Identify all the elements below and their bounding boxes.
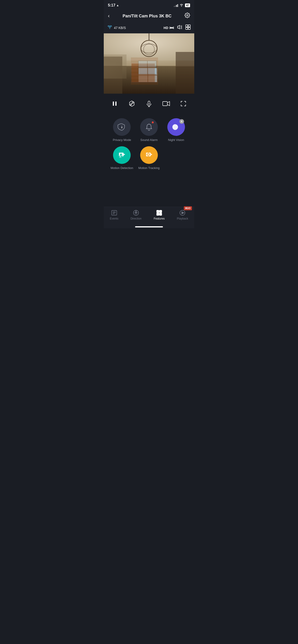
nav-direction-label: Direction — [130, 217, 141, 220]
network-speed: 47 KB/S — [114, 26, 126, 30]
svg-rect-5 — [188, 27, 190, 30]
fullscreen-button[interactable] — [178, 98, 189, 110]
feature-night-vision[interactable]: A Night Vision — [162, 118, 190, 142]
time-display: 5:17 — [108, 3, 115, 8]
nav-events-label: Events — [110, 217, 118, 220]
battery-level: 47 — [186, 4, 189, 7]
signal-bars — [174, 4, 178, 7]
bottom-navigation: Events Direction Features Playback — [104, 207, 194, 225]
video-controls: HD — [164, 24, 191, 31]
grid-view-icon[interactable] — [185, 24, 191, 31]
night-vision-label: Night Vision — [168, 138, 184, 142]
content-spacer — [104, 170, 194, 207]
screenshot-button[interactable] — [126, 98, 138, 110]
svg-point-0 — [187, 14, 188, 16]
feature-motion-tracking[interactable]: Motion Tracking — [136, 146, 163, 170]
camera-feed — [104, 34, 194, 94]
playback-controls — [104, 94, 194, 114]
svg-rect-17 — [113, 102, 114, 106]
location-arrow-icon: ▲ — [116, 4, 119, 7]
svg-point-46 — [136, 212, 136, 213]
svg-marker-34 — [151, 154, 152, 156]
svg-rect-48 — [157, 210, 159, 212]
svg-line-21 — [131, 103, 132, 104]
night-vision-auto-badge: A — [179, 119, 184, 124]
feature-motion-detection[interactable]: Motion Detection — [108, 146, 136, 170]
volume-icon[interactable] — [177, 25, 182, 30]
network-info: 47 KB/S — [107, 26, 126, 30]
svg-rect-51 — [159, 213, 162, 215]
info-bar: 47 KB/S HD — [104, 23, 194, 34]
alarm-active-dot — [152, 122, 154, 123]
sound-alarm-label: Sound Alarm — [140, 138, 158, 142]
sound-alarm-icon-wrap — [140, 118, 158, 136]
svg-rect-25 — [163, 102, 167, 106]
home-indicator — [104, 225, 194, 228]
nav-features[interactable]: Features — [154, 210, 165, 220]
microphone-button[interactable] — [143, 98, 155, 110]
svg-point-36 — [148, 154, 149, 155]
home-bar — [135, 226, 163, 228]
back-button[interactable]: ‹ — [108, 13, 110, 19]
video-button[interactable] — [160, 98, 172, 110]
svg-rect-9 — [176, 52, 194, 94]
svg-marker-1 — [178, 25, 180, 29]
nav-playback-label: Playback — [177, 217, 188, 220]
status-bar: 5:17 ▲ 47 — [104, 0, 194, 10]
motion-tracking-label: Motion Tracking — [138, 166, 160, 170]
night-vision-icon-wrap: A — [167, 118, 185, 136]
svg-marker-47 — [136, 211, 136, 212]
svg-marker-31 — [124, 154, 125, 156]
feature-privacy-mode[interactable]: Privacy Mode — [108, 118, 136, 142]
nav-bar: ‹ Pan/Tilt Cam Plus 3K BC — [104, 10, 194, 23]
svg-rect-3 — [188, 25, 190, 27]
motion-detection-icon-wrap — [113, 146, 131, 164]
svg-marker-53 — [182, 212, 184, 214]
privacy-mode-icon-wrap — [113, 118, 131, 136]
features-grid: Privacy Mode Sound Alarm A Nigh — [108, 118, 190, 170]
svg-rect-22 — [148, 101, 150, 104]
muo-watermark: MUO — [184, 206, 192, 210]
nav-events[interactable]: Events — [110, 210, 118, 220]
svg-rect-18 — [115, 102, 117, 106]
nav-direction[interactable]: Direction — [130, 210, 141, 220]
nav-features-label: Features — [154, 217, 165, 220]
battery-indicator: 47 — [185, 4, 190, 7]
pause-button[interactable] — [109, 98, 120, 110]
svg-rect-4 — [186, 27, 188, 30]
settings-button[interactable] — [184, 12, 190, 20]
nav-playback[interactable]: Playback — [177, 210, 188, 220]
svg-point-28 — [122, 127, 122, 128]
svg-rect-49 — [159, 210, 162, 212]
feature-sound-alarm[interactable]: Sound Alarm — [136, 118, 163, 142]
svg-rect-2 — [186, 25, 188, 27]
motion-tracking-icon-wrap — [140, 146, 158, 164]
status-right: 47 — [174, 4, 190, 8]
page-title: Pan/Tilt Cam Plus 3K BC — [123, 14, 171, 18]
wifi-signal-icon — [107, 26, 112, 30]
svg-marker-26 — [167, 102, 170, 106]
privacy-mode-label: Privacy Mode — [113, 138, 131, 142]
svg-rect-8 — [104, 56, 122, 94]
motion-detection-label: Motion Detection — [111, 166, 133, 170]
svg-rect-50 — [157, 213, 159, 215]
wifi-icon — [179, 4, 184, 8]
svg-point-20 — [132, 102, 133, 104]
status-time: 5:17 ▲ — [108, 3, 119, 8]
hd-quality-badge[interactable]: HD — [164, 26, 174, 30]
features-section: Privacy Mode Sound Alarm A Nigh — [104, 114, 194, 170]
svg-rect-16 — [132, 64, 155, 82]
svg-point-19 — [130, 104, 132, 105]
